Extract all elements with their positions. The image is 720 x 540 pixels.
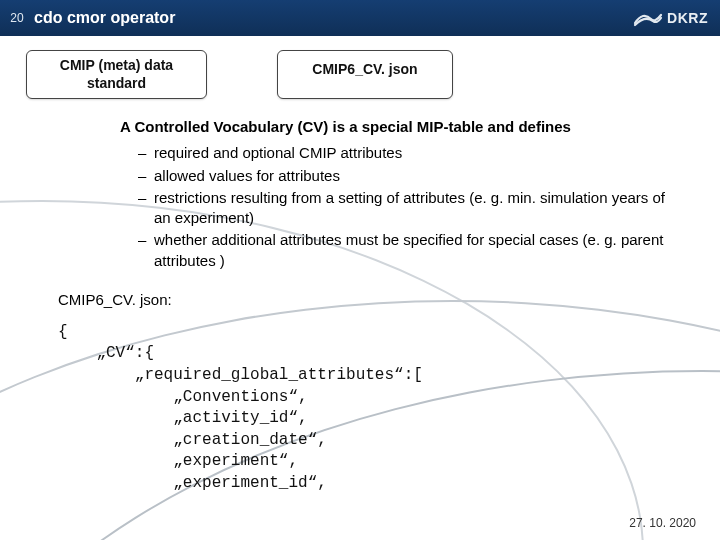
code-block-label: CMIP6_CV. json: <box>58 291 720 308</box>
slide-number: 20 <box>0 11 34 25</box>
tab-cmip-line1: CMIP (meta) data <box>60 57 173 73</box>
cv-intro: A Controlled Vocabulary (CV) is a specia… <box>120 117 684 137</box>
tab-cmip-line2: standard <box>87 75 146 91</box>
dkrz-logo-icon <box>633 9 663 27</box>
slide-header: 20 cdo cmor operator DKRZ <box>0 0 720 36</box>
slide-title: cdo cmor operator <box>34 9 633 27</box>
dkrz-logo: DKRZ <box>633 9 708 27</box>
cv-intro-lead: A Controlled Vocabulary (CV) is a specia… <box>120 118 571 135</box>
cv-bullet: required and optional CMIP attributes <box>138 143 684 163</box>
tab-cmip6-cv-label: CMIP6_CV. json <box>312 61 417 77</box>
cv-bullet: restrictions resulting from a setting of… <box>138 188 684 229</box>
dkrz-logo-text: DKRZ <box>667 10 708 26</box>
footer-date: 27. 10. 2020 <box>629 516 696 530</box>
cv-description: A Controlled Vocabulary (CV) is a specia… <box>120 117 684 271</box>
tab-cmip-standard: CMIP (meta) data standard <box>26 50 207 99</box>
cv-bullet: allowed values for attributes <box>138 166 684 186</box>
code-block: { „CV“:{ „required_global_attributes“:[ … <box>58 322 720 495</box>
cv-bullet-list: required and optional CMIP attributes al… <box>138 143 684 271</box>
tab-row: CMIP (meta) data standard CMIP6_CV. json <box>26 50 720 99</box>
tab-cmip6-cv: CMIP6_CV. json <box>277 50 453 99</box>
cv-bullet: whether additional attributes must be sp… <box>138 230 684 271</box>
